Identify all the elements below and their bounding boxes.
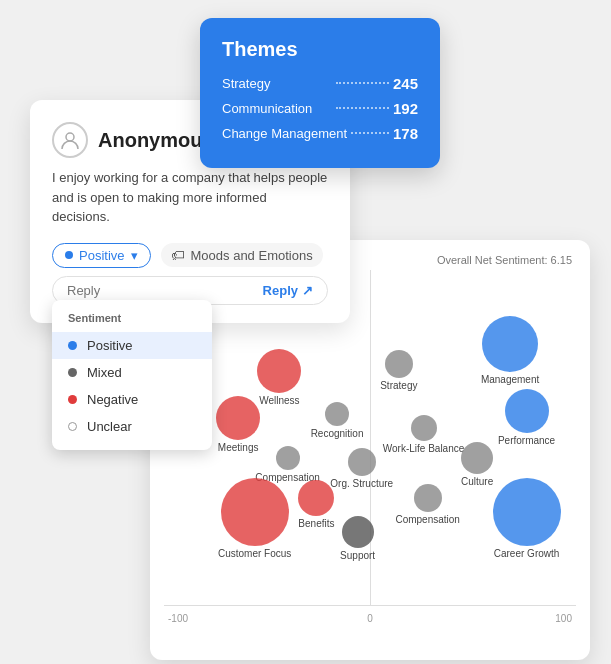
bubble-label-6: Performance [498,435,555,446]
bubble-recognition-4 [325,402,349,426]
dropdown-item-unclear[interactable]: Unclear [52,413,212,440]
bubble-label-9: Culture [461,476,493,487]
reply-button[interactable]: Reply ↗ [263,283,313,298]
bubble-label-1: Strategy [380,380,417,391]
bubble-compensation-11 [414,484,442,512]
bubble-label-14: Career Growth [494,548,560,559]
item-label-negative: Negative [87,392,138,407]
theme-name-3: Change Management [222,126,347,141]
bubble-label-0: Wellness [259,395,299,406]
reply-label: Reply [263,283,298,298]
bubble-label-2: Management [481,374,539,385]
dropdown-header: Sentiment [52,310,212,332]
dot-negative [68,395,77,404]
chevron-down-icon: ▾ [131,248,138,263]
bubble-label-13: Support [340,550,375,561]
mood-tag-label: Moods and Emotions [191,248,313,263]
avatar [52,122,88,158]
bubble-compensation-7 [276,446,300,470]
chart-area: -100 0 100 WellnessStrategyManagementMee… [164,270,576,630]
dropdown-item-positive[interactable]: Positive [52,332,212,359]
sentiment-dot [65,251,73,259]
item-label-mixed: Mixed [87,365,122,380]
sentiment-label: Positive [79,248,125,263]
bubble-support-13 [342,516,374,548]
bubble-wellness-0 [257,349,301,393]
bubble-meetings-3 [216,396,260,440]
send-icon: ↗ [302,283,313,298]
bubble-label-12: Customer Focus [218,548,291,559]
bubble-culture-9 [461,442,493,474]
tag-icon: 🏷 [171,247,185,263]
theme-dots-2 [336,107,389,109]
axis-label-neg: -100 [168,613,188,624]
bubble-strategy-1 [385,350,413,378]
theme-count-2: 192 [393,100,418,117]
themes-card: Themes Strategy 245 Communication 192 Ch… [200,18,440,168]
theme-name-2: Communication [222,101,332,116]
item-label-unclear: Unclear [87,419,132,434]
bubble-customer-focus-12 [221,478,289,546]
dropdown-item-mixed[interactable]: Mixed [52,359,212,386]
bubble-performance-6 [505,389,549,433]
comment-text: I enjoy working for a company that helps… [52,168,328,227]
bubble-career-growth-14 [493,478,561,546]
axis-label-zero: 0 [367,613,373,624]
axis-label-pos: 100 [555,613,572,624]
sentiment-dropdown: Sentiment Positive Mixed Negative Unclea… [52,300,212,450]
dot-positive [68,341,77,350]
bubble-label-5: Work-Life Balance [383,443,465,454]
bubble-label-10: Benefits [298,518,334,529]
sentiment-row: Positive ▾ 🏷 Moods and Emotions [52,243,328,268]
bubble-label-4: Recognition [311,428,364,439]
theme-row-1: Strategy 245 [222,75,418,92]
bubble-org.-structure-8 [348,448,376,476]
theme-row-2: Communication 192 [222,100,418,117]
bubble-benefits-10 [298,480,334,516]
theme-name-1: Strategy [222,76,332,91]
theme-count-3: 178 [393,125,418,142]
bubble-label-3: Meetings [218,442,259,453]
themes-title: Themes [222,38,418,61]
theme-row-3: Change Management 178 [222,125,418,142]
bubble-label-11: Compensation [395,514,459,525]
username: Anonymous [98,129,214,152]
item-label-positive: Positive [87,338,133,353]
theme-dots-1 [336,82,389,84]
bubble-management-2 [482,316,538,372]
theme-count-1: 245 [393,75,418,92]
bubble-work-life-balance-5 [411,415,437,441]
theme-dots-3 [351,132,389,134]
svg-point-0 [66,133,74,141]
reply-input[interactable] [67,283,263,298]
mood-tag: 🏷 Moods and Emotions [161,243,323,267]
bubble-label-8: Org. Structure [330,478,393,489]
dropdown-item-negative[interactable]: Negative [52,386,212,413]
dot-mixed [68,368,77,377]
dot-unclear [68,422,77,431]
sentiment-badge[interactable]: Positive ▾ [52,243,151,268]
